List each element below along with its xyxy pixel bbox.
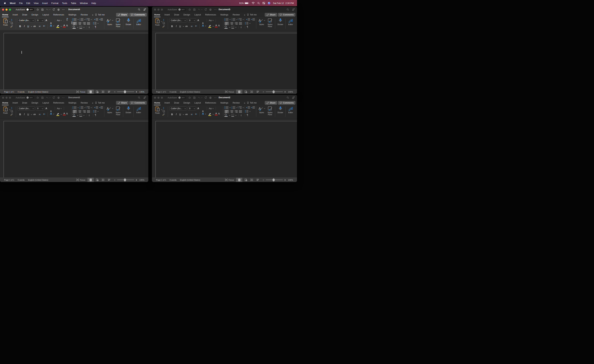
align-center-button[interactable] xyxy=(230,110,234,113)
wifi-icon[interactable] xyxy=(252,2,255,4)
increase-indent-button[interactable] xyxy=(99,106,103,109)
tab-review[interactable]: Review xyxy=(81,102,88,104)
tab-design[interactable]: Design xyxy=(183,102,190,104)
more-tabs-chevron-icon[interactable]: » xyxy=(92,102,93,104)
control-center-icon[interactable] xyxy=(263,2,265,4)
tab-insert[interactable]: Insert xyxy=(164,13,170,16)
web-layout-view-button[interactable] xyxy=(95,178,100,182)
menu-item-view[interactable]: View xyxy=(34,2,39,5)
close-button[interactable] xyxy=(154,9,156,11)
web-layout-view-button[interactable] xyxy=(244,178,248,182)
italic-button[interactable]: I xyxy=(24,25,25,28)
zoom-in-button[interactable]: + xyxy=(284,91,286,93)
format-painter-button[interactable] xyxy=(162,25,165,28)
strikethrough-button[interactable]: ab xyxy=(33,25,36,27)
print-icon[interactable] xyxy=(57,8,60,11)
paste-button[interactable]: Paste xyxy=(1,106,10,114)
home-icon[interactable] xyxy=(36,8,39,11)
tab-layout[interactable]: Layout xyxy=(42,13,49,16)
show-formatting-marks-button[interactable]: ¶ xyxy=(95,25,96,28)
document-canvas[interactable] xyxy=(152,119,297,178)
strikethrough-button[interactable]: ab xyxy=(33,113,36,116)
line-spacing-button[interactable] xyxy=(93,110,98,113)
underline-chevron-icon[interactable] xyxy=(31,114,32,115)
tab-layout[interactable]: Layout xyxy=(194,13,201,16)
undo-options-chevron-icon[interactable] xyxy=(201,97,202,98)
zoom-percentage[interactable]: 145% xyxy=(288,91,293,93)
styles-pane-button[interactable]: StylesPane xyxy=(114,18,122,27)
increase-indent-button[interactable] xyxy=(99,18,103,21)
language-indicator[interactable]: English (United States) xyxy=(180,91,200,93)
save-icon[interactable] xyxy=(193,8,196,11)
document-canvas[interactable] xyxy=(0,119,148,178)
editor-button[interactable]: Editor xyxy=(135,106,143,114)
tab-design[interactable]: Design xyxy=(183,13,190,16)
minimize-button[interactable] xyxy=(157,97,160,99)
font-name-select[interactable]: Calibri (Bo... xyxy=(18,18,35,22)
highlight-color-button[interactable] xyxy=(208,24,213,28)
change-case-button[interactable]: Aa xyxy=(209,107,213,110)
align-right-button[interactable] xyxy=(234,110,238,113)
font-size-select[interactable]: 9 xyxy=(36,18,44,22)
share-button[interactable]: Share xyxy=(116,101,128,105)
tab-home[interactable]: Home xyxy=(2,102,8,104)
siri-icon[interactable] xyxy=(268,2,270,5)
decrease-indent-button[interactable] xyxy=(246,18,250,21)
tell-me-control[interactable]: Tell me xyxy=(247,102,257,104)
borders-button[interactable] xyxy=(79,26,84,29)
increase-indent-button[interactable] xyxy=(251,106,255,109)
underline-button[interactable]: U xyxy=(27,25,29,27)
text-effects-button[interactable]: A xyxy=(202,112,206,115)
redo-icon[interactable] xyxy=(204,8,207,11)
numbered-list-button[interactable]: 123 xyxy=(79,18,85,21)
styles-pane-button[interactable]: StylesPane xyxy=(266,18,274,27)
line-spacing-button[interactable] xyxy=(93,22,98,25)
autosave-toggle[interactable]: OFF xyxy=(26,96,34,99)
align-center-button[interactable] xyxy=(230,22,234,25)
tab-mailings[interactable]: Mailings xyxy=(221,13,229,16)
increase-indent-button[interactable] xyxy=(251,18,255,21)
highlight-color-button[interactable] xyxy=(208,113,213,116)
zoom-slider-thumb[interactable] xyxy=(124,90,126,93)
styles-pane-button[interactable]: StylesPane xyxy=(114,106,122,116)
sort-button[interactable] xyxy=(240,114,242,117)
tab-home[interactable]: Home xyxy=(2,13,8,16)
zoom-percentage[interactable]: 145% xyxy=(139,179,144,181)
text-effects-button[interactable]: A xyxy=(202,24,206,27)
align-left-button[interactable] xyxy=(225,22,229,25)
bullet-list-button[interactable] xyxy=(72,106,78,109)
more-tabs-chevron-icon[interactable]: » xyxy=(244,13,245,16)
battery-status[interactable]: 91% xyxy=(239,2,249,5)
copy-button[interactable] xyxy=(10,110,13,113)
paste-options-chevron-icon[interactable] xyxy=(9,109,10,110)
menu-item-help[interactable]: Help xyxy=(91,2,96,5)
tab-review[interactable]: Review xyxy=(81,13,88,16)
presence-comments-icon[interactable] xyxy=(292,8,295,11)
outline-view-button[interactable] xyxy=(101,90,105,94)
word-count[interactable]: 0 words xyxy=(18,91,25,93)
zoom-percentage[interactable]: 145% xyxy=(288,179,293,181)
undo-options-chevron-icon[interactable] xyxy=(49,9,51,10)
font-color-button[interactable]: A xyxy=(215,113,219,115)
close-button[interactable] xyxy=(2,97,4,99)
change-case-button[interactable]: Aa xyxy=(57,19,61,22)
bold-button[interactable]: B xyxy=(19,25,21,28)
focus-mode-button[interactable]: Focus xyxy=(225,91,234,93)
underline-chevron-icon[interactable] xyxy=(31,26,32,27)
tab-references[interactable]: References xyxy=(53,13,64,16)
sort-button[interactable] xyxy=(88,114,90,117)
editor-button[interactable]: Editor xyxy=(287,106,295,114)
print-layout-view-button[interactable] xyxy=(88,178,94,182)
styles-button[interactable]: A Styles xyxy=(106,106,114,114)
document-page[interactable] xyxy=(155,121,297,178)
zoom-out-button[interactable]: − xyxy=(263,179,264,181)
copy-button[interactable] xyxy=(162,110,165,113)
word-count[interactable]: 0 words xyxy=(18,179,25,181)
line-spacing-button[interactable] xyxy=(245,22,250,25)
tab-mailings[interactable]: Mailings xyxy=(68,102,76,104)
dictate-button[interactable]: Dictate xyxy=(124,106,132,114)
italic-button[interactable]: I xyxy=(176,25,177,28)
font-color-button[interactable]: A xyxy=(215,24,219,27)
outline-view-button[interactable] xyxy=(250,178,254,182)
redo-icon[interactable] xyxy=(52,8,55,11)
